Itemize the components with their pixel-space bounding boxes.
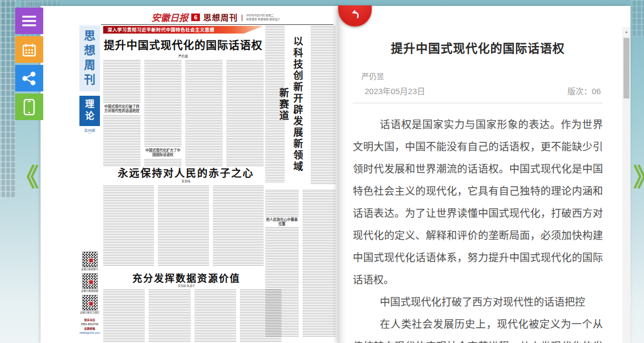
- article-author: 严仍昱: [361, 70, 603, 81]
- reader-scrollbar[interactable]: ▲: [622, 27, 630, 343]
- scrollbar-up-arrow[interactable]: ▲: [622, 27, 630, 36]
- vertical-headline[interactable]: 以科技创新开辟发展新领域新赛道: [285, 32, 304, 177]
- masthead-editors: 统筹策划 本版编辑 版式设计: [246, 17, 280, 21]
- scrollbar-thumb[interactable]: [623, 38, 629, 98]
- article-body: 话语权是国家实力与国家形象的表达。作为世界文明大国，中国不能没有自己的话语权，更…: [353, 114, 603, 343]
- article-paragraph: 在人类社会发展历史上，现代化被定义为一个从传统转向现代的宏观社会变革进程。从人类…: [353, 313, 603, 343]
- edition-vertical-title: 思想周刊: [79, 25, 100, 91]
- calendar-button[interactable]: [15, 36, 43, 63]
- masthead-divider: |: [241, 13, 243, 21]
- theme-banner: 深入学习贯彻习近平新时代中国特色社会主义思想: [103, 26, 263, 34]
- hamburger-icon: [22, 16, 36, 27]
- qr-caption: 安徽日报微视频: [79, 289, 100, 293]
- meta-divider: [353, 103, 603, 103]
- contact-phone: 0551-6512700: [79, 322, 100, 326]
- side-toolbar: [15, 8, 43, 122]
- column-label: 理论: [79, 96, 100, 126]
- article-date: 2023年05月23日: [365, 85, 425, 96]
- sim-text-column: 中国式现代化扩大了中国国际话语权: [144, 60, 182, 166]
- masthead: 安徽日报 6 思想周刊 | 2023年5月23日 星期二 统筹策划 本版编辑 版…: [140, 10, 297, 24]
- sim-text-column: [226, 60, 264, 166]
- lead-headline[interactable]: 提升中国式现代化的国际话语权: [101, 37, 265, 52]
- sim-text-column: [149, 289, 190, 343]
- section-title: 思想周刊: [203, 11, 238, 23]
- article3-columns: [103, 289, 281, 343]
- article-title: 提升中国式现代化的国际话语权: [353, 38, 603, 56]
- contact-mail: zlwbllt@163.com: [79, 331, 100, 335]
- backdrop-building: [631, 0, 644, 37]
- lead-subhead-1: 中国式现代化打破了西方对现代性的话语把控: [103, 103, 140, 114]
- back-arrow-icon: [348, 5, 362, 23]
- article-reader-panel: 提升中国式现代化的国际话语权 严仍昱 2023年05月23日 版次：06 话语权…: [338, 6, 630, 343]
- article3-headline[interactable]: 充分发挥数据资源价值: [111, 271, 262, 285]
- lead-body-columns: 中国式现代化打破了西方对现代性的话语把控 中国式现代化扩大了中国国际话语权: [103, 60, 264, 166]
- article3-author: 晁玉粉 陈清华: [111, 283, 262, 287]
- brand-logo: 安徽日报: [151, 10, 188, 24]
- sim-text-column: [194, 289, 236, 343]
- sim-text-column: [311, 26, 336, 184]
- qr-code: [82, 252, 98, 267]
- calendar-icon: [22, 43, 36, 57]
- sim-text-column: [240, 289, 281, 343]
- sim-text-column: [103, 186, 154, 267]
- qr-caption: 安徽日报官方微信: [79, 311, 100, 314]
- sim-text-column: [185, 60, 223, 166]
- masthead-rule: [101, 24, 333, 25]
- article2-headline[interactable]: 永远保持对人民的赤子之心: [103, 165, 269, 180]
- masthead-date: 2023年5月23日 星期二: [246, 14, 274, 17]
- qr-caption: 安徽日报视频号: [79, 268, 100, 271]
- contact-block: 联系电话 0551-6512700 投稿邮箱 zlwbllt@163.com: [79, 318, 100, 335]
- article-paragraph: 话语权是国家实力与国家形象的表达。作为世界文明大国，中国不能没有自己的话语权，更…: [353, 114, 603, 291]
- article-meta: 2023年05月23日 版次：06: [365, 85, 601, 96]
- qr-code: [82, 273, 98, 289]
- share-button[interactable]: [15, 65, 43, 91]
- newspaper-page[interactable]: 安徽日报 6 思想周刊 | 2023年5月23日 星期二 统筹策划 本版编辑 版…: [41, 6, 339, 343]
- article2-columns: [103, 186, 264, 267]
- article2-subhead: 把人民放在心中最高位置: [265, 216, 299, 227]
- reader-content: 提升中国式现代化的国际话语权 严仍昱 2023年05月23日 版次：06 话语权…: [346, 6, 622, 343]
- lead-subhead-2: 中国式现代化扩大了中国国际话语权: [144, 147, 182, 158]
- share-icon: [22, 71, 36, 85]
- sim-text-column: [103, 289, 145, 343]
- phone-icon: [23, 99, 35, 115]
- qr-code: [82, 295, 98, 311]
- article2-author: 李孝纯: [103, 179, 269, 183]
- edition-strip: 思想周刊 理论 第290期 ﹀: [79, 25, 100, 137]
- article-subhead: 中国式现代化打破了西方对现代性的话语把控: [353, 291, 603, 313]
- mobile-button[interactable]: [15, 94, 43, 120]
- sim-text-column: [303, 190, 336, 337]
- menu-button[interactable]: [15, 8, 43, 34]
- sim-text-column: [213, 186, 264, 267]
- next-page-arrow[interactable]: 》: [633, 163, 644, 190]
- issue-mark: ﹀: [79, 133, 100, 137]
- previous-page-arrow[interactable]: 《: [14, 163, 39, 190]
- page-number-badge: 6: [191, 14, 200, 21]
- lead-author: 严仍昱: [101, 54, 265, 58]
- contact-phone-label: 联系电话: [79, 318, 100, 322]
- masthead-info: 2023年5月23日 星期二 统筹策划 本版编辑 版式设计: [246, 14, 286, 21]
- qr-strip: 安徽日报视频号 安徽日报微视频 安徽日报官方微信 联系电话 0551-65127…: [79, 249, 100, 335]
- contact-mail-label: 投稿邮箱: [79, 326, 100, 331]
- sim-text-column: 中国式现代化打破了西方对现代性的话语把控: [103, 60, 140, 166]
- article-edition: 版次：06: [567, 85, 601, 96]
- sim-text-column: [158, 186, 209, 267]
